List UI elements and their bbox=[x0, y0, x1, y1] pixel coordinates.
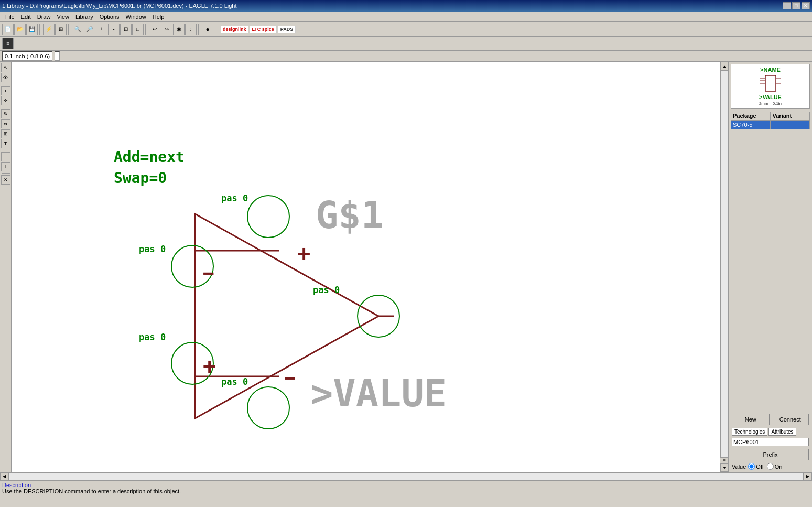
add-label: Add=next bbox=[114, 148, 185, 166]
minimize-button[interactable]: ─ bbox=[783, 2, 791, 9]
pin-tool[interactable]: ⊥ bbox=[1, 162, 10, 171]
coordinates-display: 0.1 inch (-0.8 0.6) bbox=[2, 51, 52, 61]
main-layout: ↖ 👁 i ✛ ↻ ⇔ ⊞ T ─ ⊥ ✕ bbox=[0, 62, 812, 472]
svg-text:−: − bbox=[203, 262, 214, 284]
on-radio[interactable] bbox=[767, 463, 774, 470]
canvas-area[interactable]: + − + − Add=next Swap=0 pas 0 pas 0 pas … bbox=[12, 62, 720, 472]
btn5[interactable]: ⊞ bbox=[55, 24, 67, 35]
prefix-button[interactable]: Prefix bbox=[732, 449, 809, 460]
menu-options[interactable]: Options bbox=[96, 13, 123, 20]
variant-col-header: Variant bbox=[771, 112, 810, 120]
menu-view[interactable]: View bbox=[53, 13, 72, 20]
title-bar: 1 Library - D:\Programs\Eagle\lbr\My_Lib… bbox=[0, 0, 812, 12]
menu-window[interactable]: Window bbox=[123, 13, 149, 20]
tech-attr-row: Technologies Attributes bbox=[730, 427, 811, 437]
zoom-full-btn[interactable]: □ bbox=[132, 24, 144, 35]
off-option[interactable]: Off bbox=[748, 463, 763, 470]
main-toolbar: 📄 📂 💾 ⚡ ⊞ 🔍 🔎 + - ⊡ □ ↩ ↪ ◉ : ● designli… bbox=[0, 22, 812, 37]
select-tool[interactable]: ↖ bbox=[1, 63, 10, 72]
scroll-right-arrow[interactable]: ▶ bbox=[804, 472, 812, 481]
scroll-left-arrow[interactable]: ◀ bbox=[0, 472, 8, 481]
new-button[interactable]: New bbox=[732, 414, 770, 425]
btn9[interactable]: : bbox=[185, 24, 197, 35]
zoom-out-btn[interactable]: - bbox=[108, 24, 120, 35]
sep2 bbox=[68, 24, 70, 35]
open-btn[interactable]: 📂 bbox=[14, 24, 26, 35]
btn6[interactable]: 🔍 bbox=[72, 24, 83, 35]
designlink-brand[interactable]: designlink bbox=[221, 26, 248, 33]
variant-cell: " bbox=[771, 121, 810, 129]
value-label-text: Value bbox=[732, 463, 746, 470]
eye-tool[interactable]: 👁 bbox=[1, 73, 10, 82]
delete-tool[interactable]: ✕ bbox=[1, 175, 10, 185]
pads-brand[interactable]: PADS bbox=[278, 26, 296, 33]
btn7[interactable]: 🔎 bbox=[84, 24, 95, 35]
lt-sep2 bbox=[2, 107, 10, 107]
device-name-input[interactable] bbox=[732, 438, 809, 446]
save-btn[interactable]: 💾 bbox=[26, 24, 38, 35]
gate-name-label: G$1 bbox=[316, 193, 384, 237]
title-text: 1 Library - D:\Programs\Eagle\lbr\My_Lib… bbox=[2, 3, 237, 9]
technologies-button[interactable]: Technologies bbox=[732, 428, 767, 436]
redo-btn[interactable]: ↪ bbox=[161, 24, 172, 35]
component-preview: >NAME >VALUE 2mm 0.1in bbox=[731, 64, 810, 109]
lt-sep3 bbox=[2, 150, 10, 150]
package-cell: SC70-5 bbox=[731, 121, 771, 129]
move-tool[interactable]: ✛ bbox=[1, 96, 10, 105]
lt-sep4 bbox=[2, 173, 10, 174]
btn4[interactable]: ⚡ bbox=[43, 24, 55, 35]
menu-library[interactable]: Library bbox=[72, 13, 96, 20]
zoom-fit-btn[interactable]: ⊡ bbox=[120, 24, 132, 35]
close-button[interactable]: ✕ bbox=[802, 2, 810, 9]
svg-text:+: + bbox=[203, 353, 216, 379]
connect-button[interactable]: Connect bbox=[772, 414, 809, 425]
maximize-button[interactable]: □ bbox=[792, 2, 800, 9]
menu-bar: File Edit Draw View Library Options Wind… bbox=[0, 12, 812, 22]
description-link[interactable]: Description bbox=[2, 482, 810, 488]
group-tool[interactable]: ⊞ bbox=[1, 129, 10, 138]
scale-mm: 2mm bbox=[759, 101, 768, 106]
scroll-mid-marker: ≡ bbox=[720, 458, 728, 463]
menu-file[interactable]: File bbox=[2, 13, 18, 20]
text-tool[interactable]: T bbox=[1, 139, 10, 148]
sep5 bbox=[215, 24, 217, 35]
pas0-bottom2-label: pas 0 bbox=[221, 376, 248, 387]
menu-draw[interactable]: Draw bbox=[34, 13, 54, 20]
scroll-up-arrow[interactable]: ▲ bbox=[720, 62, 729, 70]
device-name-section bbox=[730, 437, 811, 447]
package-section: Package Variant SC70-5 " bbox=[729, 111, 812, 130]
layer-btn[interactable]: ≡ bbox=[2, 38, 14, 49]
info-tool[interactable]: i bbox=[1, 86, 10, 95]
attributes-button[interactable]: Attributes bbox=[768, 428, 796, 436]
scroll-track-vert[interactable] bbox=[720, 70, 729, 458]
package-header-row: Package Variant bbox=[731, 112, 810, 121]
secondary-toolbar: ≡ bbox=[0, 37, 812, 50]
menu-edit[interactable]: Edit bbox=[18, 13, 34, 20]
description-text: Use the DESCRIPTION command to enter a d… bbox=[2, 488, 810, 494]
vertical-scrollbar: ▲ ≡ ▼ bbox=[720, 62, 728, 472]
menu-help[interactable]: Help bbox=[149, 13, 168, 20]
h-scroll-track[interactable] bbox=[8, 472, 804, 481]
svg-rect-13 bbox=[765, 75, 776, 91]
rotate-tool[interactable]: ↻ bbox=[1, 109, 10, 118]
lt-sep1 bbox=[2, 84, 10, 84]
scroll-down-arrow[interactable]: ▼ bbox=[720, 463, 729, 472]
pas0-right-label: pas 0 bbox=[313, 285, 340, 295]
off-radio[interactable] bbox=[748, 463, 755, 470]
wire-tool[interactable]: ─ bbox=[1, 152, 10, 161]
zoom-in-btn[interactable]: + bbox=[96, 24, 107, 35]
status-bar: Description Use the DESCRIPTION command … bbox=[0, 480, 812, 504]
value-row: Value Off On bbox=[730, 462, 811, 471]
ltc-brand[interactable]: LTC spice bbox=[250, 26, 277, 33]
btn8[interactable]: ◉ bbox=[173, 24, 185, 35]
on-label: On bbox=[775, 463, 783, 470]
on-option[interactable]: On bbox=[767, 463, 783, 470]
package-row[interactable]: SC70-5 " bbox=[731, 121, 810, 129]
preview-value-label: >VALUE bbox=[759, 94, 782, 100]
mirror-tool[interactable]: ⇔ bbox=[1, 119, 10, 128]
new-btn[interactable]: 📄 bbox=[2, 24, 14, 35]
svg-text:+: + bbox=[297, 241, 310, 266]
pas0-top-label: pas 0 bbox=[221, 193, 248, 203]
github-btn[interactable]: ● bbox=[202, 24, 213, 35]
undo-btn[interactable]: ↩ bbox=[149, 24, 160, 35]
